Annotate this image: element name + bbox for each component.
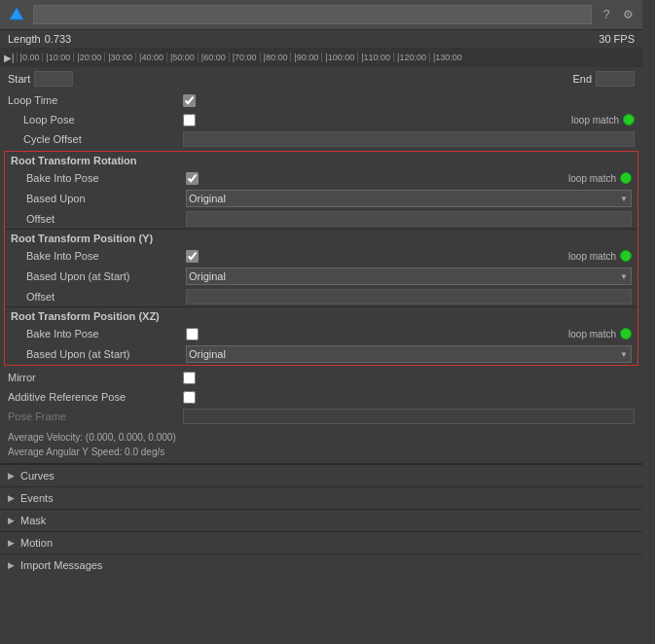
pose-frame-content: 0 [183, 409, 635, 424]
rotation-offset-row: Offset 0 [5, 209, 637, 229]
top-bar: run1 ? ⚙ [0, 0, 642, 30]
root-rotation-header: Root Transform Rotation [5, 152, 637, 168]
additive-ref-label: Additive Reference Pose [8, 391, 183, 403]
loop-time-row: Loop Time [0, 90, 642, 110]
svg-marker-0 [10, 8, 23, 19]
accordion-motion[interactable]: ▶ Motion [0, 531, 642, 554]
loop-pose-label: Loop Pose [8, 114, 183, 125]
loop-time-checkbox[interactable] [183, 94, 196, 107]
rotation-based-select[interactable]: Original Body Orientation [186, 190, 632, 207]
posxz-bake-label: Bake Into Pose [11, 328, 186, 340]
tick-60: |60:00 [198, 53, 229, 62]
mask-label: Mask [20, 515, 46, 526]
events-label: Events [20, 492, 54, 504]
posy-bake-row: Bake Into Pose loop match [5, 246, 637, 266]
tick-130: |130:00 [429, 53, 465, 62]
curves-label: Curves [20, 470, 55, 482]
settings-icon[interactable]: ⚙ [619, 6, 637, 23]
motion-arrow-icon: ▶ [8, 538, 15, 548]
additive-ref-content [183, 391, 635, 404]
posy-bake-content: loop match [186, 250, 632, 263]
mirror-row: Mirror [0, 368, 642, 387]
loop-pose-dot [623, 114, 635, 125]
rotation-offset-input[interactable]: 0 [186, 211, 632, 227]
rotation-loop-match-label: loop match [568, 173, 616, 184]
pose-frame-row: Pose Frame 0 [0, 407, 642, 426]
rotation-based-select-wrapper: Original Body Orientation [186, 190, 632, 207]
tick-70: |70:00 [229, 53, 260, 62]
tick-50: |50:00 [166, 53, 198, 62]
posxz-bake-checkbox[interactable] [186, 328, 199, 340]
accordion-mask[interactable]: ▶ Mask [0, 509, 642, 531]
tick-10: |10:00 [42, 53, 73, 62]
timeline-ticks: |0.00 |10:00 |20:00 |30:00 |40:00 |50:00… [17, 53, 465, 62]
posy-based-select[interactable]: Original Center of Mass Feet [186, 268, 632, 285]
posxz-based-select[interactable]: Original Center of Mass Feet [186, 345, 632, 363]
timeline[interactable]: ▶| |0.00 |10:00 |20:00 |30:00 |40:00 |50… [0, 48, 642, 67]
unity-logo-icon [6, 4, 27, 25]
help-icon[interactable]: ? [598, 6, 615, 23]
pose-frame-input: 0 [183, 409, 635, 424]
loop-pose-checkbox[interactable] [183, 114, 196, 126]
posxz-loop-dot [620, 328, 632, 340]
tick-0: |0.00 [17, 53, 43, 62]
info-row: Length 0.733 30 FPS [0, 30, 642, 48]
posxz-bake-content: loop match [186, 328, 632, 340]
posxz-loop-match: loop match [568, 328, 632, 340]
tick-100: |100:00 [321, 53, 357, 62]
end-input[interactable]: 22 [596, 71, 635, 87]
accordion-import-messages[interactable]: ▶ Import Messages [0, 554, 642, 576]
additive-ref-checkbox[interactable] [183, 391, 196, 404]
start-end-row: Start 0 End 22 [0, 67, 642, 90]
curves-arrow-icon: ▶ [8, 471, 15, 481]
rotation-loop-dot [620, 172, 632, 184]
posy-based-content: Original Center of Mass Feet [186, 268, 632, 285]
start-label: Start [8, 73, 30, 85]
loop-pose-content: loop match [183, 114, 635, 126]
tick-110: |110:00 [357, 53, 393, 62]
rotation-offset-label: Offset [11, 213, 186, 225]
loop-time-label: Loop Time [8, 94, 183, 106]
import-messages-arrow-icon: ▶ [8, 560, 15, 570]
start-group: Start 0 [8, 71, 73, 87]
rotation-bake-checkbox[interactable] [186, 172, 199, 185]
root-rotation-section: Root Transform Rotation Bake Into Pose l… [5, 152, 637, 229]
posy-loop-dot [620, 250, 632, 262]
rotation-loop-match: loop match [568, 172, 632, 184]
tick-120: |120:00 [393, 53, 429, 62]
cycle-offset-input[interactable]: 0 [183, 131, 635, 147]
tick-30: |30:00 [104, 53, 135, 62]
posy-bake-checkbox[interactable] [186, 250, 199, 263]
rotation-based-label: Based Upon [11, 193, 186, 204]
cycle-offset-label: Cycle Offset [8, 133, 183, 145]
root-position-y-section: Root Transform Position (Y) Bake Into Po… [5, 230, 637, 306]
cycle-offset-content: 0 [183, 131, 635, 147]
mirror-label: Mirror [8, 372, 183, 383]
root-position-y-header: Root Transform Position (Y) [5, 230, 637, 246]
rotation-bake-row: Bake Into Pose loop match [5, 168, 637, 188]
rotation-bake-label: Bake Into Pose [11, 172, 186, 184]
rotation-offset-content: 0 [186, 211, 632, 227]
length-label: Length [8, 33, 41, 45]
events-arrow-icon: ▶ [8, 493, 15, 503]
mask-arrow-icon: ▶ [8, 516, 15, 525]
accordion-curves[interactable]: ▶ Curves [0, 464, 642, 486]
posxz-bake-row: Bake Into Pose loop match [5, 324, 637, 343]
mirror-content [183, 372, 635, 384]
animation-title-input[interactable]: run1 [33, 5, 592, 24]
posy-based-label: Based Upon (at Start) [11, 270, 186, 282]
start-input[interactable]: 0 [34, 71, 73, 87]
posy-offset-input[interactable]: 0 [186, 289, 632, 304]
mirror-checkbox[interactable] [183, 372, 196, 384]
posxz-based-row: Based Upon (at Start) Original Center of… [5, 343, 637, 365]
accordion-events[interactable]: ▶ Events [0, 486, 642, 509]
posxz-based-select-wrapper: Original Center of Mass Feet [186, 345, 632, 363]
rotation-bake-content: loop match [186, 172, 632, 185]
cycle-offset-row: Cycle Offset 0 [0, 129, 642, 149]
root-transform-section: Root Transform Rotation Bake Into Pose l… [4, 151, 638, 366]
rotation-based-content: Original Body Orientation [186, 190, 632, 207]
motion-label: Motion [20, 537, 53, 549]
velocity-line2: Average Angular Y Speed: 0.0 deg/s [8, 445, 635, 459]
root-position-xz-header: Root Transform Position (XZ) [5, 307, 637, 324]
main-container: run1 ? ⚙ Length 0.733 30 FPS ▶| |0.00 |1… [0, 0, 642, 576]
